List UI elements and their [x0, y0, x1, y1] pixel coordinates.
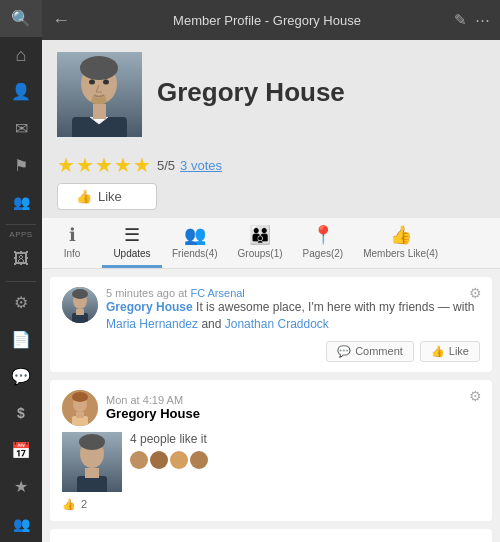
like-avatar-1: [130, 451, 148, 469]
post2-text-area: 4 people like it: [130, 432, 208, 492]
edit-icon[interactable]: ✎: [454, 11, 467, 29]
sidebar-document-icon[interactable]: 📄: [0, 321, 42, 358]
post1-like-button[interactable]: 👍 Like: [420, 341, 480, 362]
tab-info-label: Info: [64, 248, 81, 259]
svg-point-5: [103, 80, 109, 85]
svg-rect-7: [93, 104, 106, 119]
pages-icon: 📍: [312, 224, 334, 246]
post2-meta: Mon at 4:19 AM Gregory House: [106, 394, 200, 421]
profile-name: Gregory House: [157, 77, 345, 108]
post2-author[interactable]: Gregory House: [106, 406, 200, 421]
groups-icon: 👪: [249, 224, 271, 246]
post1-location-link[interactable]: FC Arsenal: [190, 287, 244, 299]
updates-icon: ☰: [124, 224, 140, 246]
star-rating: ★★★★★: [57, 153, 152, 177]
tab-info[interactable]: ℹ Info: [42, 218, 102, 268]
feed-post-3: February 10: [50, 529, 492, 542]
like-button[interactable]: 👍 Like: [57, 183, 157, 210]
profile-info: Gregory House: [157, 77, 345, 112]
like-avatars: [130, 451, 208, 469]
post1-avatar: [62, 287, 98, 323]
sidebar-home-icon[interactable]: ⌂: [0, 37, 42, 74]
sidebar-flag-icon[interactable]: ⚑: [0, 147, 42, 184]
rating-score: 5/5: [157, 158, 175, 173]
sidebar-image-icon[interactable]: 🖼: [0, 241, 42, 278]
sidebar-calendar-icon[interactable]: 📅: [0, 432, 42, 469]
more-icon[interactable]: ⋯: [475, 11, 490, 29]
sidebar-group-icon[interactable]: 👥: [0, 184, 42, 221]
tab-friends[interactable]: 👥 Friends(4): [162, 218, 228, 268]
post2-footer: 👍 2: [62, 498, 480, 511]
sidebar-search-icon[interactable]: 🔍: [0, 0, 42, 37]
like-avatar-2: [150, 451, 168, 469]
profile-avatar: [57, 52, 142, 137]
like-avatar-4: [190, 451, 208, 469]
post1-comment-button[interactable]: 💬 Comment: [326, 341, 414, 362]
apps-label: APPS: [9, 230, 32, 239]
feed-post-1: ⚙: [50, 277, 492, 372]
sidebar-star-icon[interactable]: ★: [0, 469, 42, 506]
svg-point-15: [72, 392, 88, 402]
avatar-image: [57, 52, 142, 137]
post2-subtext: 4 people like it: [130, 432, 208, 446]
svg-rect-17: [76, 412, 84, 418]
sidebar-user-icon[interactable]: 👤: [0, 74, 42, 111]
sidebar-divider2: [6, 281, 36, 282]
svg-point-4: [89, 80, 95, 85]
post1-mention1-link[interactable]: Maria Hernandez: [106, 317, 198, 331]
post1-mention2-link[interactable]: Jonathan Craddock: [225, 317, 329, 331]
post1-time: 5 minutes ago at FC Arsenal: [106, 287, 480, 299]
stars-row: ★★★★★ 5/5 3 votes: [57, 153, 485, 177]
tab-pages[interactable]: 📍 Pages(2): [293, 218, 354, 268]
members-like-icon: 👍: [390, 224, 412, 246]
post1-actions: 💬 Comment 👍 Like: [62, 341, 480, 362]
post1-header: 5 minutes ago at FC Arsenal Gregory Hous…: [62, 287, 480, 333]
post2-settings-icon[interactable]: ⚙: [469, 388, 482, 404]
svg-rect-12: [76, 309, 84, 315]
tab-updates-label: Updates: [113, 248, 150, 259]
rating-section: ★★★★★ 5/5 3 votes 👍 Like: [42, 149, 500, 218]
sidebar-people-icon[interactable]: 👥: [0, 505, 42, 542]
thumbs-up-icon-small: 👍: [62, 498, 76, 511]
thumbs-up-icon: 👍: [76, 189, 92, 204]
svg-point-20: [79, 434, 105, 450]
back-button[interactable]: ←: [52, 10, 70, 31]
post2-time: Mon at 4:19 AM: [106, 394, 200, 406]
header: ← Member Profile - Gregory House ✎ ⋯: [42, 0, 500, 40]
post2-large-avatar: [62, 432, 122, 492]
header-title: Member Profile - Gregory House: [80, 13, 454, 28]
tab-groups[interactable]: 👪 Groups(1): [228, 218, 293, 268]
tab-friends-label: Friends(4): [172, 248, 218, 259]
sidebar-chat-icon[interactable]: 💬: [0, 358, 42, 395]
header-icons: ✎ ⋯: [454, 11, 490, 29]
tabs-bar: ℹ Info ☰ Updates 👥 Friends(4) 👪 Groups(1…: [42, 218, 500, 269]
svg-point-3: [80, 56, 118, 80]
post2-content: 4 people like it: [62, 432, 480, 492]
post2-header: Mon at 4:19 AM Gregory House: [62, 390, 480, 426]
sidebar-mail-icon[interactable]: ✉: [0, 110, 42, 147]
friends-icon: 👥: [184, 224, 206, 246]
sidebar: 🔍 ⌂ 👤 ✉ ⚑ 👥 APPS 🖼 ⚙ 📄 💬 $ 📅 ★ 👥: [0, 0, 42, 542]
like-icon: 👍: [431, 345, 445, 358]
profile-section: Gregory House: [42, 40, 500, 149]
feed: ⚙: [42, 269, 500, 542]
tab-updates[interactable]: ☰ Updates: [102, 218, 162, 268]
svg-point-10: [72, 289, 88, 299]
apps-section: APPS: [9, 228, 32, 241]
info-icon: ℹ: [69, 224, 76, 246]
sidebar-dollar-icon[interactable]: $: [0, 395, 42, 432]
post1-content: Gregory House It is awesome place, I'm h…: [106, 299, 480, 333]
tab-pages-label: Pages(2): [303, 248, 344, 259]
tab-members-label: Members Like(4): [363, 248, 438, 259]
votes-link[interactable]: 3 votes: [180, 158, 222, 173]
post1-meta: 5 minutes ago at FC Arsenal Gregory Hous…: [106, 287, 480, 333]
svg-rect-21: [77, 476, 107, 492]
post1-author-link[interactable]: Gregory House: [106, 300, 193, 314]
tab-members-like[interactable]: 👍 Members Like(4): [353, 218, 448, 268]
sidebar-divider: [6, 224, 36, 225]
tab-groups-label: Groups(1): [238, 248, 283, 259]
feed-post-2: ⚙ Mon at 4:19 AM Gregory House: [50, 380, 492, 521]
post1-settings-icon[interactable]: ⚙: [469, 285, 482, 301]
main-content: ← Member Profile - Gregory House ✎ ⋯: [42, 0, 500, 542]
sidebar-settings-icon[interactable]: ⚙: [0, 285, 42, 322]
